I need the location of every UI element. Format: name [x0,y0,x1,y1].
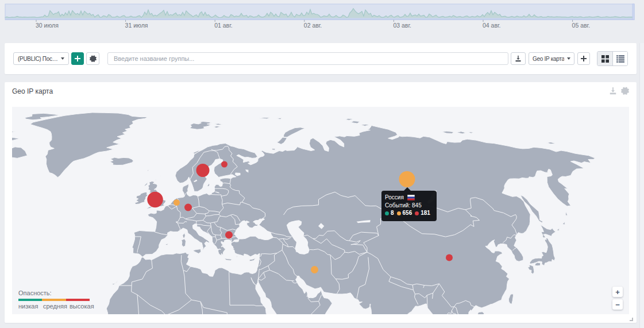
timeline-tick-label: 30 июля [36,22,59,29]
tooltip-events-row: Событий: 845 [385,202,433,210]
siem-dashboard: {"chart_data": {"type": "area", "title":… [0,0,644,328]
zoom-out-button[interactable]: − [612,299,623,310]
add-widget-button[interactable] [577,52,590,65]
map-zoom-controls: + − [612,287,623,312]
geoip-map[interactable]: Россия Событий: 845 8656181 Опасность: н… [12,107,629,314]
severity-dot-medium [397,211,401,215]
widget-title: Geo IP карта [12,87,53,95]
severity-count: 656 [403,209,412,217]
russia-flag-icon [407,195,415,200]
geoip-widget-panel: Geo IP карта Россия Событий: 845 8656181… [5,82,637,323]
event-bubble-high[interactable] [225,231,233,239]
legend-labels: низкаясредняявысокая [18,303,97,310]
timeline-tick-label: 02 авг. [304,22,322,29]
chevron-down-icon [61,57,64,60]
zoom-in-button[interactable]: + [612,287,623,297]
widget-export-icon[interactable] [609,87,617,95]
timeline-tick-label: 31 июля [125,22,148,29]
widget-select-label: Geo IP карта [533,56,564,62]
tooltip-severity-counts: 8656181 [385,210,433,217]
timeline-area-chart[interactable] [0,0,644,32]
timeline-tick-label: 01 авг. [214,22,232,29]
widget-settings-icon[interactable] [621,87,629,95]
tooltip-country: Россия [385,194,404,202]
grid-view-icon [601,55,609,63]
legend-segment-high [66,299,90,301]
legend-label-medium: средняя [43,303,70,310]
event-bubble-high[interactable] [184,204,192,211]
plus-icon [581,56,587,61]
legend-segment-low [18,299,42,301]
timeline-tick-label: 03 авг. [393,22,411,29]
legend-color-bar [18,299,90,301]
legend-title: Опасность: [18,290,110,296]
event-bubble-medium[interactable] [173,199,180,206]
download-icon [515,55,522,62]
dashboard-select-label: (PUBLIC) Послед... [18,56,58,62]
severity-legend: Опасность: низкаясредняявысокая [18,290,110,310]
event-bubble-medium[interactable] [311,266,318,273]
timeline-tick-label: 05 авг. [572,22,590,29]
severity-dot-low [385,211,389,215]
tooltip-events: Событий: 845 [385,202,422,210]
severity-count: 8 [391,209,394,217]
timeline-tick-label: 04 авг. [483,22,500,29]
dashboard-toolbar: (PUBLIC) Послед... Geo IP карта [5,43,637,74]
widget-select[interactable]: Geo IP карта [529,52,574,65]
widget-actions [609,87,629,95]
event-bubble-high[interactable] [221,161,227,168]
dashboard-select[interactable]: (PUBLIC) Послед... [13,52,69,65]
event-bubbles-layer [12,107,629,314]
dashboard-settings-button[interactable] [86,52,99,65]
add-dashboard-button[interactable] [71,52,84,65]
group-name-input[interactable] [108,53,508,64]
plus-icon [75,56,80,61]
panel-resize-handle[interactable] [630,318,633,321]
group-name-input-wrap [107,52,508,65]
legend-label-high: высокая [70,303,94,310]
gear-icon [90,55,97,62]
severity-dot-high [415,211,419,215]
view-toggle-group [597,51,628,66]
list-view-icon [616,55,624,63]
event-bubble-high[interactable] [446,254,453,261]
tooltip-country-row: Россия [385,194,433,202]
grid-view-button[interactable] [597,52,612,65]
severity-count: 181 [421,209,430,217]
page-scrollbar-track[interactable] [639,43,644,328]
legend-segment-medium [42,299,65,301]
event-bubble-high[interactable] [196,164,210,177]
list-view-button[interactable] [612,52,627,65]
event-bubble-medium[interactable] [399,171,415,187]
event-bubble-high[interactable] [147,192,163,207]
chevron-down-icon [567,57,570,60]
export-button[interactable] [511,52,526,65]
events-timeline[interactable]: 30 июля31 июля01 авг.02 авг.03 авг.04 ав… [0,0,644,32]
map-tooltip: Россия Событий: 845 8656181 [381,191,437,221]
legend-label-low: низкая [18,303,43,310]
